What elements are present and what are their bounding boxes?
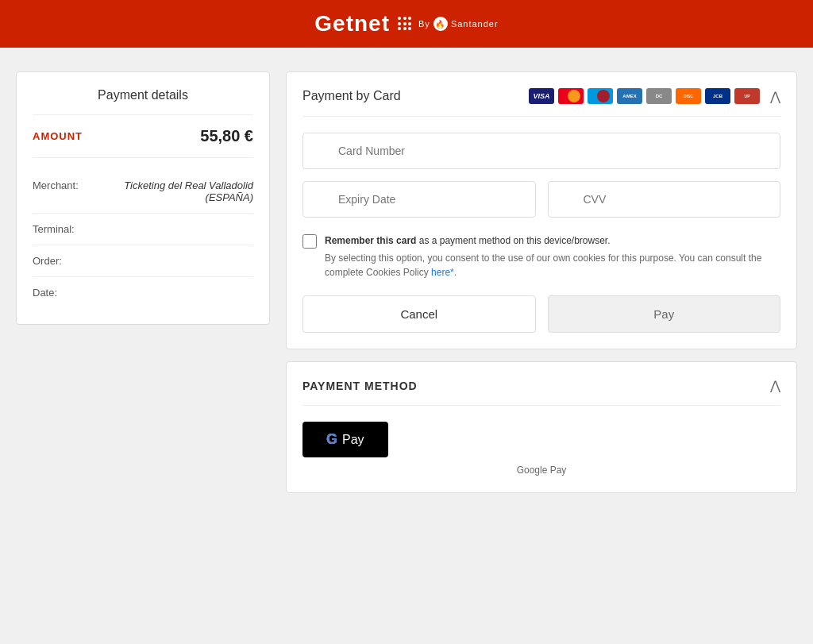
gpay-text: Pay [342,433,364,447]
dot [408,17,411,20]
santander-text: Santander [451,19,499,29]
expiry-group: 📅 [302,181,536,218]
remember-card-checkbox[interactable] [302,234,317,249]
action-buttons: Cancel Pay [302,295,780,333]
cookie-body: By selecting this option, you consent to… [325,253,761,278]
expiry-input[interactable] [302,181,536,218]
remember-card-text: Remember this card as a payment method o… [325,233,780,280]
merchant-value: Ticketing del Real Valladolid (ESPAÑA) [88,179,253,203]
discover-logo: DISC [676,88,701,104]
visa-logo: VISA [529,88,554,104]
dot [403,17,406,20]
cookie-link[interactable]: here* [431,267,454,278]
remember-card-section: Remember this card as a payment method o… [302,233,780,280]
main-content: Payment details AMOUNT 55,80 € Merchant:… [0,48,813,517]
gpay-label-wrapper: Google Pay [302,462,780,476]
payment-details-title: Payment details [33,88,253,115]
payment-method-collapse-button[interactable]: ⋀ [770,378,780,393]
dot [403,22,406,25]
card-header: Payment by Card VISA AMEX DC DISC JCB UP… [302,88,780,117]
card-section-title: Payment by Card [302,89,401,103]
dot [398,22,401,25]
by-text: By [418,19,430,29]
jcb-logo: JCB [705,88,730,104]
mastercard-logo [558,88,584,104]
svg-point-1 [568,90,580,102]
order-label: Order: [33,255,88,267]
expiry-wrapper: 📅 [302,181,536,218]
remember-suffix: as a payment method on this device/brows… [416,235,610,246]
card-logos: VISA AMEX DC DISC JCB UP ⋀ [529,88,780,104]
terminal-row: Terminal: [33,214,253,245]
amount-label: AMOUNT [33,130,83,142]
svg-point-3 [597,90,610,102]
amount-row: AMOUNT 55,80 € [33,127,253,158]
card-number-input[interactable] [302,133,780,169]
dot [398,27,401,30]
amount-value: 55,80 € [200,127,253,145]
gpay-wrapper: G Pay Google Pay [302,422,780,476]
card-payment-section: Payment by Card VISA AMEX DC DISC JCB UP… [286,71,797,349]
date-label: Date: [33,287,88,299]
cvv-wrapper: ▮▮ [548,181,781,218]
amex-logo: AMEX [617,88,642,104]
card-number-wrapper: ▮▮ [302,133,780,169]
header: Getnet By 🔥 Santander [0,0,813,48]
cvv-input[interactable] [548,181,781,218]
remember-bold: Remember this card [325,235,416,246]
payment-method-header: PAYMENT METHOD ⋀ [302,378,780,406]
logo-dots [398,17,412,31]
terminal-label: Terminal: [33,223,88,235]
dot [408,22,411,25]
date-row: Date: [33,277,253,308]
pay-button[interactable]: Pay [548,295,781,333]
gpay-label: Google Pay [517,465,567,476]
dot [403,27,406,30]
cancel-button[interactable]: Cancel [302,295,536,333]
order-row: Order: [33,245,253,277]
logo-text: Getnet [314,11,390,37]
maestro-logo [588,88,613,104]
cookie-text: By selecting this option, you consent to… [325,251,780,280]
santander-flame-icon: 🔥 [433,17,448,31]
merchant-row: Merchant: Ticketing del Real Valladolid … [33,170,253,214]
card-number-group: ▮▮ [302,133,780,169]
expiry-cvv-row: 📅 ▮▮ [302,181,780,229]
dot [408,27,411,30]
logo: Getnet By 🔥 Santander [314,11,498,37]
cvv-group: ▮▮ [548,181,781,218]
collapse-button[interactable]: ⋀ [770,89,780,104]
merchant-label: Merchant: [33,179,88,191]
unionpay-logo: UP [734,88,760,104]
google-g-icon: G [326,431,337,448]
payment-method-section: PAYMENT METHOD ⋀ G Pay Google Pay [286,361,797,493]
dot [398,17,401,20]
diners-logo: DC [646,88,672,104]
by-santander: By 🔥 Santander [418,17,499,31]
payment-details-panel: Payment details AMOUNT 55,80 € Merchant:… [16,71,270,325]
google-pay-button[interactable]: G Pay [302,422,388,457]
cookie-period: . [454,267,457,278]
payment-method-title: PAYMENT METHOD [302,380,418,392]
right-panel: Payment by Card VISA AMEX DC DISC JCB UP… [286,71,797,493]
